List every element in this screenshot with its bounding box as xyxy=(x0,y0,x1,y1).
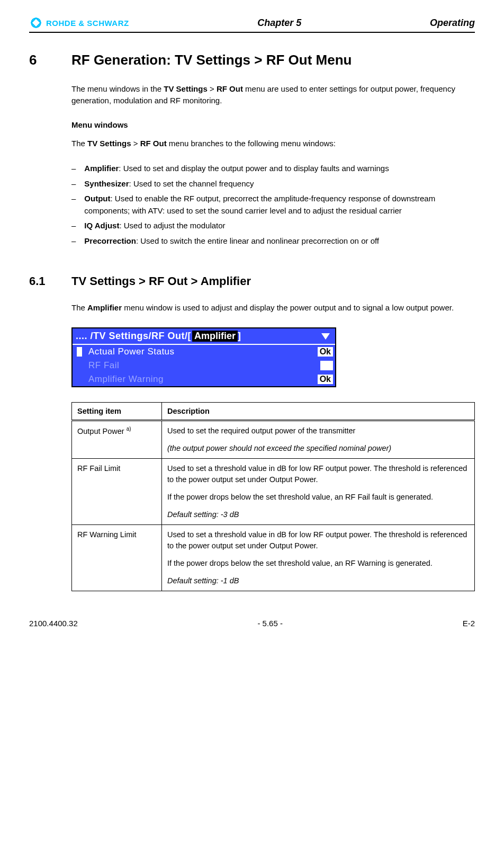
setting-item-cell: RF Fail Limit xyxy=(72,459,162,525)
subsection-body: The Amplifier menu window is used to adj… xyxy=(71,302,475,591)
brand-logo-text: ROHDE & SCHWARZ xyxy=(46,19,129,28)
lcd-row-label: Actual Power Status xyxy=(88,346,318,357)
desc-default: Default setting: -1 dB xyxy=(167,575,469,586)
text-bold: RF Out xyxy=(217,84,243,93)
brand-logo: ROHDE & SCHWARZ xyxy=(29,16,129,30)
menu-windows-list: Amplifier: Used to set and display the o… xyxy=(71,163,475,247)
cursor-icon xyxy=(77,347,82,357)
lcd-screenshot: .... /TV Settings/RF Out/ [ Amplifier ] … xyxy=(71,327,336,387)
list-item: Amplifier: Used to set and display the o… xyxy=(71,163,475,175)
brand-logo-icon xyxy=(29,16,43,30)
item-desc: : Used to adjust the modulator xyxy=(119,221,225,230)
table-row: RF Fail Limit Used to set a threshold va… xyxy=(72,459,475,525)
item-name: Precorrection xyxy=(84,236,136,245)
down-arrow-icon xyxy=(319,331,332,342)
desc-text: Used to set a threshold value in dB for … xyxy=(167,529,469,551)
item-name: Synthesizer xyxy=(84,179,129,188)
setting-item-cell: Output Power a) xyxy=(72,421,162,459)
desc-text: If the power drops below the set thresho… xyxy=(167,558,469,569)
lcd-row-value-empty xyxy=(320,361,333,370)
table-header-row: Setting item Description xyxy=(72,403,475,421)
footer-doc-id: 2100.4400.32 xyxy=(29,619,78,628)
text: > xyxy=(131,139,140,148)
subsection-number: 6.1 xyxy=(29,274,57,288)
section-number: 6 xyxy=(29,52,57,68)
setting-desc-cell: Used to set a threshold value in dB for … xyxy=(162,459,475,525)
desc-text: If the power drops below the set thresho… xyxy=(167,492,469,503)
lcd-row-label: Amplifier Warning xyxy=(88,374,318,385)
desc-note: (the output power should not exceed the … xyxy=(167,443,469,454)
footnote-marker: a) xyxy=(127,426,131,432)
lcd-row-label: RF Fail xyxy=(88,360,320,371)
lcd-row: Amplifier Warning Ok xyxy=(73,372,335,386)
section-heading: 6 RF Generation: TV Settings > RF Out Me… xyxy=(29,52,475,68)
item-desc: : Used to enable the RF output, precorre… xyxy=(84,194,435,215)
lcd-row: RF Fail xyxy=(73,359,335,372)
text-bold: TV Settings xyxy=(87,139,131,148)
desc-text: Used to set a threshold value in dB for … xyxy=(167,463,469,485)
setting-item-cell: RF Warning Limit xyxy=(72,525,162,591)
item-desc: : Used to switch the entire linear and n… xyxy=(136,236,379,245)
text: > xyxy=(208,84,217,93)
menu-windows-heading: Menu windows xyxy=(71,120,475,129)
text-bold: Amplifier xyxy=(87,303,122,312)
setting-desc-cell: Used to set the required output power of… xyxy=(162,421,475,459)
desc-default: Default setting: -3 dB xyxy=(167,509,469,520)
text: menu window is used to adjust and displa… xyxy=(122,303,454,312)
desc-text: Used to set the required output power of… xyxy=(167,425,469,437)
text: menu branches to the following menu wind… xyxy=(167,139,336,148)
item-name: Output xyxy=(84,194,110,203)
section-title: RF Generation: TV Settings > RF Out Menu xyxy=(71,52,352,68)
setting-item-name: RF Warning Limit xyxy=(77,530,136,539)
svg-point-0 xyxy=(31,18,40,27)
intro-paragraph: The menu windows in the TV Settings > RF… xyxy=(71,83,475,106)
subsection-intro: The Amplifier menu window is used to adj… xyxy=(71,302,475,314)
text: The xyxy=(71,303,87,312)
menu-windows-intro: The TV Settings > RF Out menu branches t… xyxy=(71,138,475,149)
bracket: [ xyxy=(188,331,192,342)
text-bold: TV Settings xyxy=(164,84,208,93)
header-section-name: Operating xyxy=(430,17,475,29)
lcd-row-value: Ok xyxy=(318,375,333,384)
col-header-description: Description xyxy=(162,403,475,421)
section-body: The menu windows in the TV Settings > RF… xyxy=(71,83,475,247)
item-desc: : Used to set and display the output pow… xyxy=(119,164,389,173)
item-name: Amplifier xyxy=(84,164,119,173)
footer-page-number: - 5.65 - xyxy=(257,619,283,628)
setting-desc-cell: Used to set a threshold value in dB for … xyxy=(162,525,475,591)
lcd-row: Actual Power Status Ok xyxy=(73,345,335,359)
header-chapter: Chapter 5 xyxy=(129,17,430,29)
lcd-active-tab: Amplifier xyxy=(192,331,238,342)
item-desc: : Used to set the channel frequency xyxy=(129,179,254,188)
setting-item-name: Output Power xyxy=(77,427,124,435)
text: The xyxy=(71,139,87,148)
bracket: ] xyxy=(238,331,241,342)
lcd-body: Actual Power Status Ok RF Fail Amplifier… xyxy=(73,344,335,386)
page: ROHDE & SCHWARZ Chapter 5 Operating 6 RF… xyxy=(0,0,504,644)
text-bold: RF Out xyxy=(140,139,167,148)
lcd-row-value: Ok xyxy=(318,347,333,357)
list-item: Precorrection: Used to switch the entire… xyxy=(71,235,475,247)
page-header: ROHDE & SCHWARZ Chapter 5 Operating xyxy=(29,16,475,33)
setting-item-name: RF Fail Limit xyxy=(77,464,120,473)
item-name: IQ Adjust xyxy=(84,221,119,230)
lcd-breadcrumb: .... /TV Settings/RF Out/ [ Amplifier ] xyxy=(73,328,335,344)
table-row: Output Power a) Used to set the required… xyxy=(72,421,475,459)
footer-revision: E-2 xyxy=(463,619,475,628)
page-footer: 2100.4400.32 - 5.65 - E-2 xyxy=(29,619,475,628)
subsection-heading: 6.1 TV Settings > RF Out > Amplifier xyxy=(29,274,475,288)
subsection-title: TV Settings > RF Out > Amplifier xyxy=(71,274,251,288)
text: The menu windows in the xyxy=(71,84,164,93)
settings-table: Setting item Description Output Power a)… xyxy=(71,402,475,591)
col-header-setting: Setting item xyxy=(72,403,162,421)
list-item: IQ Adjust: Used to adjust the modulator xyxy=(71,220,475,232)
list-item: Output: Used to enable the RF output, pr… xyxy=(71,193,475,217)
lcd-path: .... /TV Settings/RF Out/ xyxy=(76,331,188,342)
table-row: RF Warning Limit Used to set a threshold… xyxy=(72,525,475,591)
list-item: Synthesizer: Used to set the channel fre… xyxy=(71,178,475,190)
